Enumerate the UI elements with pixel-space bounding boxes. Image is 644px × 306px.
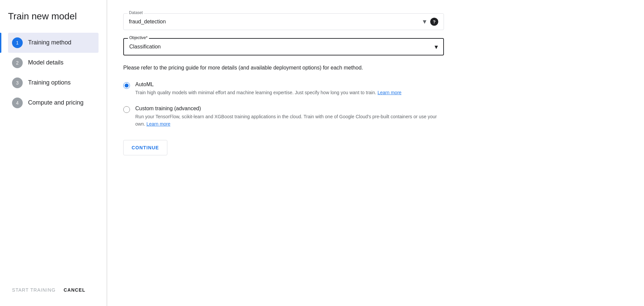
- automl-radio[interactable]: [123, 82, 130, 89]
- dataset-dropdown-icon[interactable]: ▼: [422, 18, 428, 25]
- step-label-model-details: Model details: [28, 59, 63, 66]
- automl-option: AutoML Train high quality models with mi…: [123, 82, 444, 96]
- dataset-value: fraud_detection: [129, 16, 422, 27]
- objective-label: Objective*: [128, 35, 149, 40]
- step-badge-2: 2: [12, 57, 23, 68]
- step-badge-1: 1: [12, 37, 23, 48]
- objective-value: Classification: [129, 41, 435, 52]
- custom-training-radio[interactable]: [123, 106, 130, 113]
- automl-title: AutoML: [135, 82, 444, 88]
- step-badge-3: 3: [12, 78, 23, 88]
- custom-training-learn-more-link[interactable]: Learn more: [146, 121, 170, 127]
- step-list: 1 Training method 2 Model details 3 Trai…: [8, 33, 99, 274]
- custom-training-option: Custom training (advanced) Run your Tens…: [123, 106, 444, 128]
- objective-field-group: Objective* Classification ▾: [123, 38, 628, 55]
- continue-button[interactable]: CONTINUE: [123, 140, 167, 155]
- objective-dropdown-icon[interactable]: ▾: [435, 43, 438, 51]
- page-title: Train new model: [8, 11, 99, 22]
- objective-field[interactable]: Objective* Classification ▾: [123, 38, 444, 55]
- dataset-field[interactable]: Dataset fraud_detection ▼ ?: [123, 13, 444, 30]
- step-label-compute-pricing: Compute and pricing: [28, 99, 84, 106]
- automl-description: Train high quality models with minimal e…: [135, 89, 444, 96]
- step-item-compute-pricing[interactable]: 4 Compute and pricing: [8, 93, 99, 113]
- dataset-icons: ▼ ?: [422, 18, 438, 26]
- step-label-training-method: Training method: [28, 39, 71, 46]
- custom-training-description: Run your TensorFlow, scikit-learn and XG…: [135, 113, 444, 128]
- cancel-button[interactable]: CANCEL: [64, 287, 86, 293]
- custom-training-content: Custom training (advanced) Run your Tens…: [135, 106, 444, 128]
- custom-training-title: Custom training (advanced): [135, 106, 444, 112]
- dataset-label: Dataset: [128, 10, 144, 15]
- step-item-training-method[interactable]: 1 Training method: [8, 33, 99, 53]
- main-content: Dataset fraud_detection ▼ ? Objective* C…: [107, 0, 644, 306]
- dataset-field-group: Dataset fraud_detection ▼ ?: [123, 13, 628, 30]
- start-training-button[interactable]: START TRAINING: [12, 287, 56, 293]
- pricing-note: Please refer to the pricing guide for mo…: [123, 63, 444, 72]
- automl-content: AutoML Train high quality models with mi…: [135, 82, 444, 96]
- step-label-training-options: Training options: [28, 79, 70, 86]
- step-item-training-options[interactable]: 3 Training options: [8, 73, 99, 93]
- objective-icons: ▾: [435, 43, 438, 51]
- sidebar: Train new model 1 Training method 2 Mode…: [0, 0, 107, 306]
- dataset-help-icon[interactable]: ?: [430, 18, 438, 26]
- automl-learn-more-link[interactable]: Learn more: [377, 90, 401, 95]
- step-badge-4: 4: [12, 98, 23, 108]
- step-item-model-details[interactable]: 2 Model details: [8, 53, 99, 73]
- sidebar-actions: START TRAINING CANCEL: [8, 285, 99, 295]
